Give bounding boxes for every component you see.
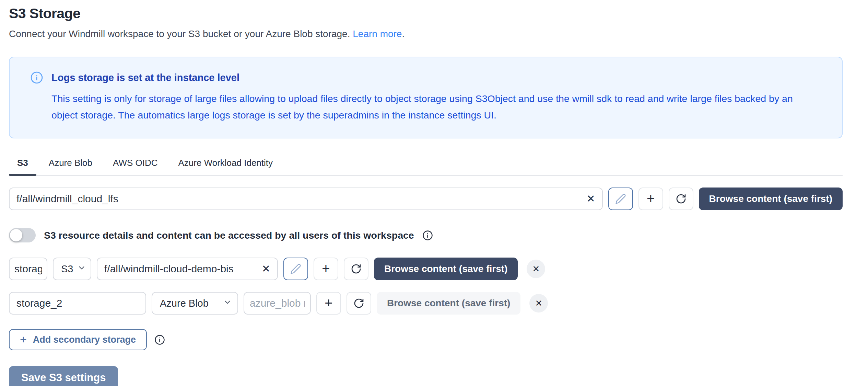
secondary-storage-row-1: S3 ✕ + Browse content (save first) ✕: [9, 258, 843, 280]
add-secondary-storage-label: Add secondary storage: [33, 334, 136, 345]
save-s3-settings-button[interactable]: Save S3 settings: [9, 366, 118, 386]
secondary-1-name-input[interactable]: [14, 263, 42, 275]
secondary-1-create-resource-button[interactable]: +: [314, 258, 338, 280]
secondary-2-resource-path-field: [244, 292, 311, 315]
secondary-2-refresh-button[interactable]: [347, 292, 371, 315]
plus-icon: +: [20, 333, 27, 345]
page-title: S3 Storage: [9, 5, 843, 22]
secondary-1-refresh-button[interactable]: [344, 258, 368, 280]
save-row: Save S3 settings: [9, 366, 843, 386]
refresh-resource-button[interactable]: [669, 188, 693, 210]
alert-body: This setting is only for storage of larg…: [51, 90, 821, 123]
create-resource-button[interactable]: +: [638, 188, 663, 210]
secondary-2-type-select[interactable]: Azure Blob: [152, 292, 238, 315]
clear-icon[interactable]: ✕: [260, 264, 270, 274]
pencil-icon: [615, 193, 626, 204]
page-subtitle: Connect your Windmill workspace to your …: [9, 29, 843, 39]
toggle-knob: [10, 229, 22, 241]
secondary-1-type-select[interactable]: S3: [53, 258, 91, 280]
browse-content-button-primary[interactable]: Browse content (save first): [699, 188, 843, 210]
secondary-1-type-value: S3: [61, 263, 73, 275]
refresh-icon: [676, 193, 687, 204]
primary-storage-row: ✕ + Browse content (save first): [9, 188, 843, 210]
secondary-2-resource-path-input[interactable]: [250, 297, 305, 309]
add-secondary-storage-button[interactable]: + Add secondary storage: [9, 329, 147, 350]
secondary-storage-row-2: Azure Blob + Browse content (save first)…: [9, 292, 843, 315]
alert-header: Logs storage is set at the instance leve…: [30, 71, 821, 84]
pencil-icon: [290, 263, 301, 274]
plus-icon: +: [325, 296, 332, 310]
secondary-2-name-input[interactable]: [16, 297, 139, 309]
info-icon: [30, 71, 43, 84]
secondary-2-browse-content-button[interactable]: Browse content (save first): [377, 292, 520, 315]
tab-s3[interactable]: S3: [9, 156, 36, 175]
secondary-1-name-field: [9, 258, 47, 280]
info-icon[interactable]: [154, 334, 165, 345]
s3-storage-settings-page: S3 Storage Connect your Windmill workspa…: [9, 0, 843, 386]
workspace-access-row: S3 resource details and content can be a…: [9, 228, 843, 242]
secondary-1-edit-resource-button[interactable]: [283, 258, 308, 280]
plus-icon: +: [322, 262, 330, 275]
secondary-1-resource-path-field: ✕: [97, 258, 278, 280]
secondary-2-remove-button[interactable]: ✕: [529, 294, 548, 313]
refresh-icon: [353, 298, 364, 309]
storage-type-tabs: S3 Azure Blob AWS OIDC Azure Workload Id…: [9, 156, 843, 176]
secondary-1-browse-content-button[interactable]: Browse content (save first): [374, 258, 518, 280]
secondary-1-resource-path-input[interactable]: [104, 263, 256, 275]
primary-resource-path-input[interactable]: [16, 193, 581, 205]
secondary-2-name-field: [9, 292, 146, 315]
clear-icon[interactable]: ✕: [584, 194, 595, 204]
secondary-2-create-resource-button[interactable]: +: [316, 292, 341, 315]
secondary-2-type-value: Azure Blob: [160, 298, 209, 309]
info-icon[interactable]: [422, 230, 433, 241]
subtitle-text: Connect your Windmill workspace to your …: [9, 29, 350, 39]
chevron-down-icon: [77, 263, 86, 275]
alert-title: Logs storage is set at the instance leve…: [51, 72, 239, 83]
tab-aws-oidc[interactable]: AWS OIDC: [105, 156, 166, 175]
plus-icon: +: [647, 192, 655, 205]
add-secondary-row: + Add secondary storage: [9, 329, 843, 350]
tab-azure-blob[interactable]: Azure Blob: [40, 156, 101, 175]
refresh-icon: [351, 263, 362, 274]
workspace-access-toggle[interactable]: [9, 228, 36, 242]
edit-resource-button[interactable]: [608, 188, 633, 210]
logs-storage-info-alert: Logs storage is set at the instance leve…: [9, 57, 843, 138]
learn-more-link[interactable]: Learn more: [353, 29, 402, 39]
tab-azure-workload-identity[interactable]: Azure Workload Identity: [170, 156, 281, 175]
workspace-access-label: S3 resource details and content can be a…: [44, 230, 414, 241]
chevron-down-icon: [223, 298, 232, 309]
primary-resource-path-field: ✕: [9, 188, 603, 210]
subtitle-period: .: [402, 29, 404, 39]
secondary-1-remove-button[interactable]: ✕: [527, 260, 545, 278]
